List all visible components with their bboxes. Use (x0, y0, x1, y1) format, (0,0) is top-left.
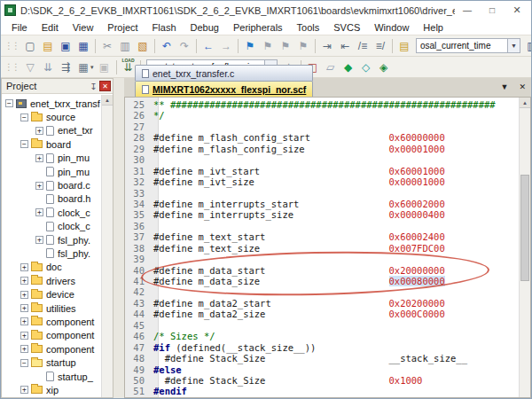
maximize-button[interactable]: □ (480, 3, 505, 18)
copy-icon[interactable]: ▥ (116, 38, 134, 54)
tree-item-component[interactable]: +component (2, 315, 101, 328)
expand-plus-icon[interactable]: + (20, 332, 28, 340)
tree-item-device[interactable]: +device (2, 287, 101, 301)
expand-plus-icon[interactable]: + (20, 386, 28, 394)
minimize-button[interactable]: — (455, 3, 480, 18)
tree-item-doc[interactable]: +doc (2, 261, 101, 274)
menu-help[interactable]: Help (416, 21, 450, 34)
tab-enet-txrx-transfer-c[interactable]: enet_txrx_transfer.c (135, 65, 313, 81)
build-icon[interactable]: ⇊ (39, 59, 57, 75)
tree-item-component[interactable]: +component (2, 329, 101, 342)
new-file-icon[interactable]: ▢ (21, 38, 39, 54)
function-icon[interactable]: ◆ (340, 59, 357, 75)
tree-item-pin-mu[interactable]: +pin_mu (2, 152, 101, 165)
tree-item-enet-txr[interactable]: +enet_txr (2, 124, 101, 137)
chevron-down-icon[interactable]: ▼ (507, 39, 520, 52)
menu-view[interactable]: View (66, 21, 101, 34)
expand-plus-icon[interactable]: + (20, 345, 28, 353)
indent-icon[interactable]: ⇥ (318, 38, 336, 54)
save-all-icon[interactable]: ▦ (74, 38, 92, 54)
bookmark-prev-icon[interactable]: ⚑ (259, 38, 277, 54)
tree-item-source[interactable]: −source (2, 110, 101, 123)
rebuild-icon[interactable]: ⇶ (57, 59, 74, 75)
scroll-up-icon[interactable]: ▲ (520, 98, 530, 108)
expand-minus-icon[interactable]: − (20, 359, 28, 367)
tree-item-component[interactable]: +component (2, 342, 101, 356)
menu-debug[interactable]: Debug (184, 21, 226, 34)
tab-list-dropdown-icon[interactable]: ▼ (501, 82, 509, 91)
tree-item-startup-[interactable]: startup_ (2, 370, 101, 383)
paste-icon[interactable]: ▧ (134, 38, 152, 54)
comment-icon[interactable]: /≡ (354, 38, 372, 54)
tree-item-board[interactable]: −board (2, 137, 101, 151)
stop-build-icon[interactable]: ▣ (96, 59, 113, 75)
code-editor[interactable]: 25** ###################################… (124, 97, 531, 398)
bookmark-toggle-icon[interactable]: ⚑ (241, 38, 259, 54)
tab-mimxrt1062xxxxx-flexspi-nor-scf[interactable]: MIMXRT1062xxxxx_flexspi_nor.scf (135, 81, 313, 97)
pack-installer-icon[interactable]: ◈ (375, 59, 393, 75)
bookmark-clear-icon[interactable]: ⚑ (294, 38, 312, 54)
outdent-icon[interactable]: ⇤ (336, 38, 354, 54)
uncomment-icon[interactable]: ≡/ (372, 38, 389, 54)
editor-scrollbar[interactable]: ▲ (519, 98, 530, 397)
redo-icon[interactable]: ↷ (176, 38, 193, 54)
batch-build-icon[interactable]: ▦ (74, 59, 92, 75)
menu-file[interactable]: File (4, 21, 35, 34)
menu-flash[interactable]: Flash (145, 21, 184, 34)
scroll-up-icon[interactable]: ▲ (102, 95, 113, 106)
multi-window-icon[interactable]: ▱ (322, 59, 340, 75)
document-close-icon[interactable]: ✕ (519, 82, 526, 91)
expand-plus-icon[interactable]: + (35, 154, 43, 162)
menu-project[interactable]: Project (100, 21, 145, 34)
expand-plus-icon[interactable]: + (35, 208, 43, 216)
back-icon[interactable]: ← (200, 38, 217, 54)
tree-item-xip[interactable]: +xip (2, 383, 101, 396)
expand-plus-icon[interactable]: + (20, 317, 28, 325)
tree-item-pin-mu[interactable]: pin_mu (2, 165, 101, 178)
find-in-files-icon[interactable]: ▥ (523, 38, 532, 54)
scrollbar-thumb[interactable] (520, 175, 529, 281)
expand-minus-icon[interactable]: − (20, 113, 28, 121)
tree-item-board-c[interactable]: +board.c (2, 178, 101, 192)
expand-plus-icon[interactable]: + (20, 263, 28, 271)
forward-icon[interactable]: → (217, 38, 235, 54)
pin-icon[interactable]: ↧ (88, 82, 99, 91)
expand-minus-icon[interactable]: − (20, 140, 28, 148)
menu-window[interactable]: Window (367, 21, 416, 34)
search-combo[interactable]: osal_current_time▼ (416, 38, 520, 53)
tree-item-clock-c[interactable]: +clock_c (2, 206, 101, 219)
expand-plus-icon[interactable]: + (35, 127, 43, 135)
expand-plus-icon[interactable]: + (35, 182, 43, 190)
expand-plus-icon[interactable]: + (35, 236, 43, 244)
menu-peripherals[interactable]: Peripherals (226, 21, 290, 34)
open-folder-icon[interactable]: ▤ (39, 38, 57, 54)
menu-svcs[interactable]: SVCS (326, 21, 367, 34)
bookmark-next-icon[interactable]: ⚑ (277, 38, 294, 54)
search-history-icon[interactable]: ▤ (395, 38, 413, 54)
tree-item-startup[interactable]: −startup (2, 356, 101, 369)
tree-item-fsl-phy-[interactable]: fsl_phy. (2, 246, 101, 260)
project-panel-close-icon[interactable]: ✕ (99, 81, 111, 91)
tree-item-enet-txrx-transf[interactable]: −enet_txrx_transf (2, 97, 101, 110)
line-number: 40 (125, 265, 153, 276)
save-icon[interactable]: ▣ (57, 38, 74, 54)
expand-plus-icon[interactable]: + (20, 304, 28, 312)
templates-icon[interactable]: ◇ (357, 59, 375, 75)
cut-icon[interactable]: ✂ (98, 38, 116, 54)
project-tree-scrollbar[interactable]: ▲ (101, 95, 113, 397)
undo-icon[interactable]: ↶ (158, 38, 176, 54)
menu-tools[interactable]: Tools (290, 21, 327, 34)
line-number: 33 (125, 188, 153, 199)
tree-item-fsl-phy-[interactable]: +fsl_phy. (2, 233, 101, 246)
expand-minus-icon[interactable]: − (5, 99, 13, 107)
close-button[interactable]: ✕ (505, 3, 529, 18)
tree-item-drivers[interactable]: +drivers (2, 274, 101, 287)
expand-plus-icon[interactable]: + (20, 291, 28, 299)
tree-item-board-h[interactable]: board.h (2, 192, 101, 206)
translate-icon[interactable]: ▽ (21, 59, 39, 75)
tree-item-label: startup (46, 357, 76, 368)
expand-plus-icon[interactable]: + (20, 277, 28, 285)
menu-edit[interactable]: Edit (35, 21, 66, 34)
tree-item-clock-c[interactable]: clock_c (2, 220, 101, 233)
tree-item-utilities[interactable]: +utilities (2, 301, 101, 315)
